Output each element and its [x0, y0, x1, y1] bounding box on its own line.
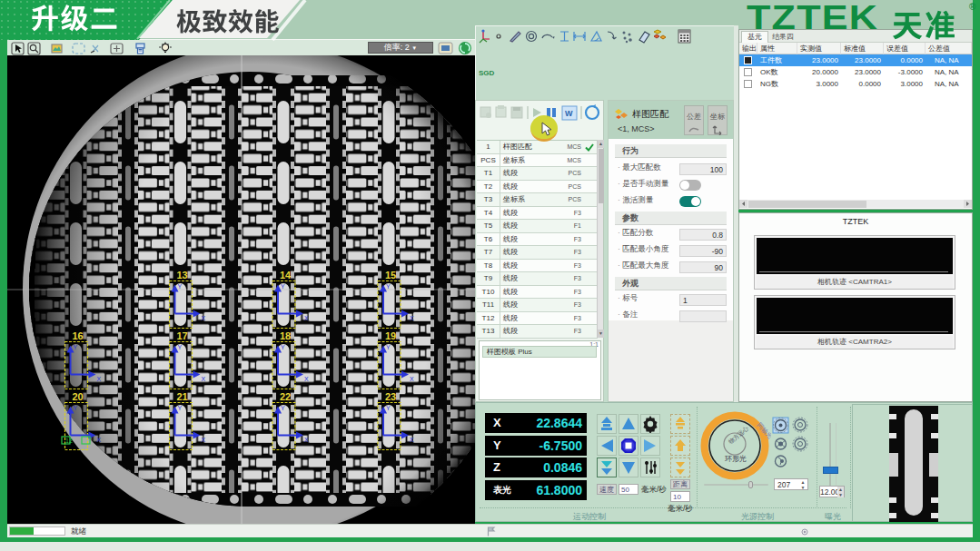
svg-text:14: 14 [280, 270, 292, 280]
svg-text:X: X [202, 315, 206, 321]
svg-text:Y: Y [281, 283, 285, 290]
svg-text:环形光: 环形光 [724, 455, 747, 463]
svg-text:22: 22 [280, 391, 291, 402]
svg-text:X: X [410, 315, 414, 321]
svg-text:Y: Y [386, 344, 391, 350]
svg-text:X: X [97, 376, 102, 382]
svg-text:X: X [304, 315, 309, 321]
svg-text:12: 12 [65, 438, 73, 444]
svg-text:17: 17 [176, 330, 187, 341]
svg-text:18: 18 [280, 330, 291, 341]
svg-text:13: 13 [176, 270, 187, 280]
svg-text:Y: Y [178, 344, 183, 350]
svg-text:Y: Y [281, 405, 285, 411]
svg-text:Y: Y [74, 344, 78, 350]
svg-text:X: X [202, 376, 206, 382]
svg-text:21: 21 [176, 391, 187, 402]
svg-text:Y: Y [386, 405, 391, 411]
svg-text:23: 23 [385, 391, 396, 402]
svg-text:X: X [202, 437, 206, 443]
svg-text:Y: Y [178, 405, 183, 411]
svg-text:®: ® [969, 2, 976, 12]
svg-text:X: X [304, 437, 309, 443]
svg-text:Y: Y [386, 283, 391, 290]
svg-text:20: 20 [72, 391, 83, 402]
svg-text:15: 15 [385, 270, 396, 280]
svg-text:X: X [97, 437, 102, 443]
svg-text:Y: Y [74, 405, 78, 411]
svg-text:X: X [410, 376, 414, 382]
svg-text:19: 19 [385, 330, 396, 341]
svg-text:16: 16 [72, 330, 83, 341]
svg-text:Y: Y [281, 344, 285, 350]
svg-text:物方远心: 物方远心 [728, 425, 750, 446]
svg-text:Y: Y [178, 283, 183, 290]
svg-text:X: X [304, 376, 309, 382]
svg-text:X: X [410, 437, 414, 443]
svg-text:W: W [565, 109, 573, 118]
